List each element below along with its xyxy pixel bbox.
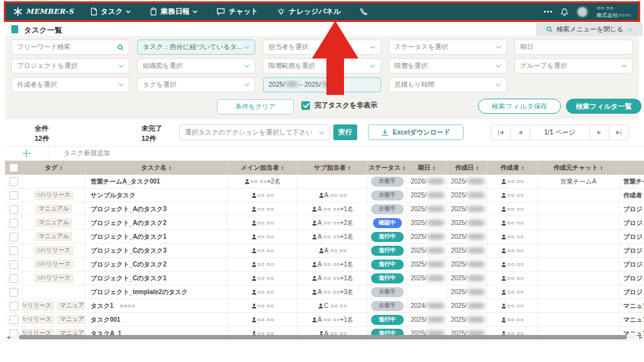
chat-bubble-icon bbox=[216, 8, 225, 16]
row-checkbox[interactable] bbox=[9, 274, 18, 283]
column-header-4[interactable]: サブ担当者▲▼ bbox=[297, 161, 368, 175]
creator-cell: ○○ ○○ bbox=[487, 272, 538, 285]
row-checkbox[interactable] bbox=[9, 302, 18, 310]
filter-field-2-5[interactable]: グループを選択 bbox=[514, 58, 633, 74]
scrollbar-thumb[interactable] bbox=[19, 335, 627, 339]
row-checkbox[interactable] bbox=[9, 246, 18, 255]
blurred-date bbox=[428, 303, 444, 309]
status-cell: 進行中 bbox=[368, 230, 407, 243]
nav-item-5[interactable] bbox=[360, 8, 368, 16]
task-name-cell[interactable]: プロジェクト_Aのタスク1 bbox=[86, 230, 228, 243]
column-header-2[interactable]: タスク名▲▼ bbox=[86, 161, 228, 175]
save-search-filter-button[interactable]: 検索フィルタ保存 bbox=[478, 99, 561, 114]
close-search-menu-label: 検索メニューを閉じる bbox=[557, 25, 623, 34]
app-logo[interactable]: MEMBER-S bbox=[13, 7, 74, 16]
user-avatar[interactable] bbox=[577, 7, 587, 17]
horizontal-scrollbar: ◀ ▶ bbox=[5, 334, 644, 340]
task-name-cell[interactable]: タスク1 ○○○○ bbox=[86, 299, 228, 312]
scroll-right-icon[interactable]: ▶ bbox=[638, 335, 644, 340]
row-checkbox[interactable] bbox=[9, 205, 18, 214]
person-icon bbox=[318, 248, 325, 254]
tag-cell: ○/○リリースマニュア... bbox=[23, 299, 86, 312]
hide-completed-checkbox[interactable] bbox=[301, 101, 310, 110]
filter-field-2-2[interactable]: 組織図を選択 bbox=[137, 58, 255, 74]
more-menu-icon[interactable] bbox=[547, 11, 549, 13]
row-checkbox[interactable] bbox=[9, 233, 18, 241]
last-page-button[interactable]: ▶ bbox=[609, 124, 629, 140]
row-checkbox[interactable] bbox=[9, 219, 18, 228]
person-icon bbox=[318, 192, 325, 199]
column-header-5[interactable]: ステータス▲▼ bbox=[368, 161, 407, 175]
task-name-cell[interactable]: プロジェクト_template2のタスク bbox=[86, 285, 228, 299]
sub-assignee-cell bbox=[297, 175, 368, 188]
task-name-cell[interactable]: プロジェクト_Cのタスク3 bbox=[86, 244, 228, 257]
task-table-header: タグ▲▼タスク名▲▼メイン担当者▲▼サブ担当者▲▼ステータス▲▼期日▲▼作成日▲… bbox=[5, 161, 644, 175]
filter-field-1-1[interactable]: フリーワード検索 bbox=[11, 40, 130, 55]
status-badge: 未着手 bbox=[371, 190, 404, 200]
prev-page-button[interactable]: ◀ bbox=[510, 124, 530, 140]
status-badge: 進行中 bbox=[371, 232, 404, 242]
filter-field-2-4[interactable]: 階層を選択 bbox=[389, 58, 507, 74]
next-page-button[interactable]: ▶ bbox=[589, 124, 609, 140]
filter-field-2-3[interactable]: 階層範囲を選択 bbox=[263, 58, 381, 74]
filter-field-3-2[interactable]: タグを選択 bbox=[137, 77, 255, 92]
clear-conditions-button[interactable]: 条件をクリア bbox=[217, 99, 294, 114]
filter-field-1-2[interactable]: タスク：自分に紐づいているタ... bbox=[137, 40, 255, 55]
row-checkbox[interactable] bbox=[9, 191, 18, 200]
tag-badge: マニュアル bbox=[35, 204, 72, 214]
first-page-button[interactable]: ◀ bbox=[491, 124, 511, 140]
task-name-cell[interactable]: プロジェクト_Aのタスク3 bbox=[86, 202, 228, 216]
task-name-cell[interactable]: プロジェクト_Cのタスク1 bbox=[86, 272, 228, 285]
search-filter-list-button[interactable]: 検索フィルタ一覧 bbox=[566, 99, 641, 114]
column-header-3[interactable]: メイン担当者▲▼ bbox=[228, 161, 297, 175]
sort-icon: ▲▼ bbox=[521, 165, 525, 170]
blurred-date bbox=[468, 192, 484, 198]
filter-field-3-4[interactable]: 見積もり時間 bbox=[389, 77, 507, 92]
filter-field-text: 作成者を選択 bbox=[17, 80, 57, 89]
execute-button[interactable]: 実行 bbox=[333, 124, 357, 140]
row-checkbox[interactable] bbox=[9, 260, 18, 269]
column-header-1[interactable]: タグ▲▼ bbox=[23, 161, 86, 175]
select-all-checkbox[interactable] bbox=[9, 163, 18, 172]
source-chat-cell bbox=[538, 230, 619, 243]
main-assignee-cell: ○○ ○○ bbox=[228, 313, 297, 326]
notification-bell-icon[interactable] bbox=[560, 8, 569, 16]
task-name-cell[interactable]: タスク001 bbox=[86, 313, 228, 326]
main-assignee-cell: ○○ ○○ bbox=[228, 285, 297, 299]
filter-field-1-3[interactable]: 担当者を選択 bbox=[263, 40, 381, 55]
status-badge: 確認中 bbox=[373, 218, 402, 228]
memo-cell: マニュア bbox=[619, 299, 644, 312]
add-task-label: タスク新規追加 bbox=[64, 149, 110, 158]
nav-item-2[interactable]: 業務日報 bbox=[150, 7, 197, 16]
row-checkbox[interactable] bbox=[9, 315, 18, 324]
user-name: ○○ ○○ bbox=[596, 4, 631, 12]
add-task-button[interactable] bbox=[5, 146, 48, 160]
column-header-7[interactable]: 作成日▲▼ bbox=[447, 161, 487, 175]
task-name-cell[interactable]: 営業チームA_タスク001 bbox=[86, 175, 228, 188]
task-name-cell[interactable]: プロジェクト_Aのタスク2 bbox=[86, 216, 228, 229]
task-name-cell[interactable]: サンプルタスク bbox=[86, 189, 228, 202]
filter-field-3-3[interactable]: 2025/～2025/ bbox=[263, 77, 381, 92]
excel-download-button[interactable]: Excelダウンロード bbox=[368, 124, 464, 140]
blurred-date bbox=[468, 248, 484, 253]
column-header-6[interactable]: 期日▲▼ bbox=[407, 161, 447, 175]
filter-field-2-1[interactable]: プロジェクトを選択 bbox=[11, 58, 130, 74]
task-name-cell[interactable]: プロジェクト_Cのタスク2 bbox=[86, 258, 228, 271]
column-header-8[interactable]: 作成者▲▼ bbox=[487, 161, 538, 175]
column-header-9[interactable]: 作成元チャット▲▼ bbox=[538, 161, 619, 175]
row-checkbox[interactable] bbox=[9, 177, 18, 186]
filter-field-3-1[interactable]: 作成者を選択 bbox=[11, 77, 130, 92]
bulk-action-select[interactable]: 選択タスクのアクションを選択して下さい bbox=[179, 124, 330, 140]
sub-assignee-cell: C ○○ ○○ bbox=[297, 299, 368, 312]
filter-field-1-5[interactable]: 期日 bbox=[514, 40, 633, 55]
scrollbar-track[interactable] bbox=[13, 335, 636, 339]
row-checkbox[interactable] bbox=[9, 288, 18, 297]
sub-assignee-cell: A ○○ ○○+1名 bbox=[297, 313, 368, 326]
nav-item-3[interactable]: チャット bbox=[216, 7, 258, 16]
nav-item-4[interactable]: ナレッジパネル bbox=[277, 7, 340, 16]
user-block[interactable]: ○○ ○○ 株式会社○○○○ bbox=[596, 4, 631, 18]
filter-field-1-4[interactable]: ステータスを選択 bbox=[389, 40, 507, 55]
scroll-left-icon[interactable]: ◀ bbox=[5, 335, 11, 340]
nav-item-1[interactable]: タスク bbox=[90, 7, 131, 16]
close-search-menu-button[interactable]: 検索メニューを閉じる bbox=[536, 23, 643, 36]
